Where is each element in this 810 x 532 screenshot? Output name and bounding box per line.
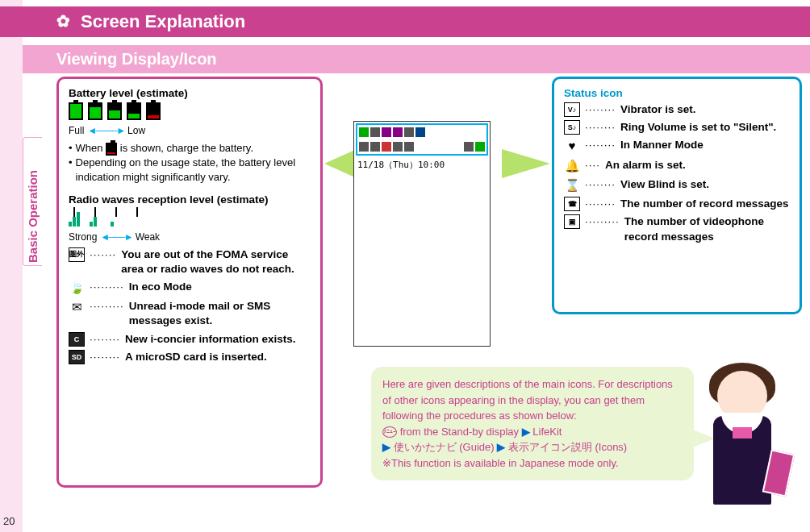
chapter-tab: Basic Operation [23,137,42,266]
left-info-panel: Battery level (estimate) Full ◄────► Low… [56,77,323,488]
status-item-1: Ring Volume is set to "Silent". [620,120,790,135]
chapter-tab-label: Basic Operation [26,170,40,263]
battery-note-2: Depending on the usage state, the batter… [76,156,311,185]
nav-arrow-icon: ▶ [382,441,390,453]
microsd-icon: SD [69,350,85,364]
section-title: Viewing Display/Icon [56,50,217,68]
low-battery-icon [106,143,117,156]
eco-mode-icon: 🍃 [69,280,85,296]
phone-status-bar [356,123,488,156]
tip-speech-bubble: Here are given descriptions of the main … [371,367,694,480]
battery-note-1b: is shown, charge the battery. [120,142,253,154]
signal-scale-icons [69,209,311,227]
page-number: 20 [3,515,15,527]
margin-strip [0,0,23,532]
tip-note: This function is available in Japanese m… [391,457,619,469]
chapter-header: ✿ Screen Explanation [0,6,810,37]
status-item-5: The number of record messages [620,197,790,211]
double-arrow-icon: ◄────► [87,125,124,136]
menu-key-icon: ﾒﾆｭｰ [382,426,397,438]
radio-heading: Radio waves reception level (estimate) [69,193,311,206]
note-symbol: ※ [382,457,391,469]
tip-intro: Here are given descriptions of the main … [382,376,683,424]
out-of-service-icon: 圏外 [69,247,85,262]
video-record-msg-icon: ▣ [564,214,580,229]
tip-step-1: from the Stand-by display [400,426,519,438]
nav-arrow-icon: ▶ [522,426,530,438]
battery-heading: Battery level (estimate) [69,87,311,99]
manner-mode-icon: ♥ [564,138,580,154]
tip-step-2: LifeKit [532,426,562,438]
tip-step-3: 使いかたナビ (Guide) [394,441,495,453]
record-msg-icon: ☎ [564,197,580,211]
assistant-character-illustration [681,363,802,524]
section-header: Viewing Display/Icon [0,45,810,73]
right-info-panel: Status icon V♪········Vibrator is set. S… [552,77,802,314]
callout-arrow-left [324,149,357,178]
status-item-3: An alarm is set. [605,158,790,172]
radio-item-1: In eco Mode [129,280,311,294]
radio-item-3: New i-concier information exists. [125,332,311,347]
battery-full-label: Full [69,125,84,136]
vibrator-icon: V♪ [564,102,580,117]
unread-mail-icon: ✉ [69,299,85,315]
status-item-6: The number of videophone record messages [624,214,790,243]
double-arrow-icon: ◄───► [100,231,132,243]
silent-icon: S♪ [564,120,580,135]
battery-scale-icons [69,102,311,120]
tip-step-4: 表示アイコン説明 (Icons) [508,441,627,453]
status-item-2: In Manner Mode [620,138,790,152]
i-concier-icon: C [69,332,85,347]
phone-date-label: 11/18（Thu）10:00 [354,157,490,172]
radio-item-4: A microSD card is inserted. [125,350,311,364]
radio-item-2: Unread i-mode mail or SMS messages exist… [129,299,311,328]
flower-icon: ✿ [56,11,70,31]
battery-note-1a: When [76,142,103,154]
status-item-4: View Blind is set. [620,177,790,192]
status-item-0: Vibrator is set. [620,102,790,117]
view-blind-icon: ⌛ [564,177,580,193]
signal-strong-label: Strong [69,231,97,243]
battery-low-label: Low [127,125,145,136]
signal-weak-label: Weak [136,231,160,243]
radio-item-0: You are out of the FOMA service area or … [121,247,311,276]
status-heading: Status icon [564,87,623,99]
nav-arrow-icon: ▶ [497,441,505,453]
chapter-title: Screen Explanation [81,11,245,31]
phone-screen-mock: 11/18（Thu）10:00 [353,121,491,347]
callout-arrow-right [502,149,550,178]
alarm-icon: 🔔 [564,158,580,174]
